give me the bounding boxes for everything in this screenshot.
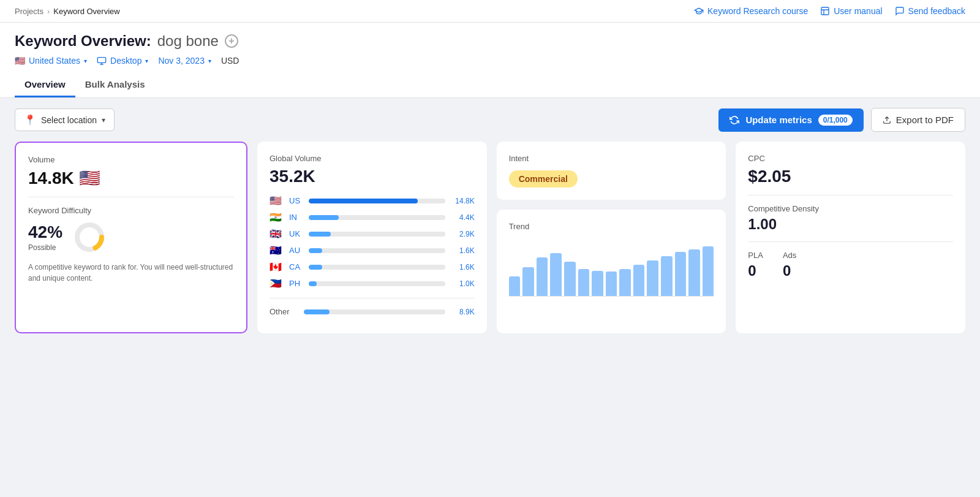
intent-badge-text: Commercial (509, 170, 578, 188)
country-label: United States (29, 56, 80, 66)
intent-trend-col: Intent Commercial Trend (497, 142, 726, 333)
trend-bar-4 (550, 253, 562, 296)
volume-kd-card: Volume 14.8K 🇺🇸 Keyword Difficulty 42% P… (15, 142, 247, 333)
country-row-ca: 🇨🇦 CA 1.6K (270, 261, 475, 273)
us-bar-container (309, 199, 445, 203)
in-bar (309, 215, 339, 220)
trend-label: Trend (509, 222, 714, 231)
location-placeholder: Select location (41, 115, 97, 125)
global-volume-card: Global Volume 35.2K 🇺🇸 US 14.8K 🇮🇳 IN 4.… (257, 142, 487, 333)
trend-bar-15 (703, 246, 714, 296)
ads-value: 0 (783, 262, 796, 279)
trend-bar-10 (633, 265, 645, 296)
ca-code: CA (289, 262, 304, 271)
pla-item: PLA 0 (748, 251, 763, 279)
ads-item: Ads 0 (783, 251, 796, 279)
country-row-us: 🇺🇸 US 14.8K (270, 195, 475, 207)
filter-row: 🇺🇸 United States ▾ Desktop ▾ Nov 3, 2023… (15, 56, 965, 66)
trend-bar-8 (606, 271, 617, 296)
tabs-row: Overview Bulk Analysis (15, 73, 965, 97)
other-bar (304, 309, 330, 314)
au-val: 1.6K (450, 246, 475, 255)
update-metrics-button[interactable]: Update metrics 0/1,000 (718, 108, 863, 132)
breadcrumb-parent[interactable]: Projects (15, 7, 43, 16)
tab-bulk-analysis[interactable]: Bulk Analysis (75, 73, 155, 97)
pla-label: PLA (748, 251, 763, 260)
add-keyword-button[interactable]: + (225, 34, 238, 48)
location-chevron-icon: ▾ (102, 116, 105, 124)
send-feedback-label: Send feedback (908, 6, 965, 16)
ads-label: Ads (783, 251, 796, 260)
trend-bar-6 (578, 269, 590, 296)
trend-bar-7 (592, 271, 603, 296)
intent-card: Intent Commercial (497, 142, 726, 200)
cards-grid: Volume 14.8K 🇺🇸 Keyword Difficulty 42% P… (15, 142, 965, 333)
ph-bar-container (309, 281, 445, 286)
breadcrumb-current: Keyword Overview (53, 7, 119, 16)
pin-icon: 📍 (24, 114, 36, 126)
user-manual-link[interactable]: User manual (820, 6, 882, 16)
country-row-au: 🇦🇺 AU 1.6K (270, 245, 475, 256)
ca-bar-container (309, 265, 445, 270)
device-label: Desktop (110, 56, 141, 66)
svg-rect-0 (821, 7, 829, 15)
trend-bar-1 (509, 276, 521, 296)
kd-donut-chart (72, 220, 107, 254)
trend-bar-3 (537, 257, 548, 296)
global-volume-label: Global Volume (270, 154, 475, 163)
device-filter[interactable]: Desktop ▾ (97, 56, 148, 66)
au-bar-container (309, 248, 445, 253)
tab-overview[interactable]: Overview (15, 73, 75, 97)
date-filter[interactable]: Nov 3, 2023 ▾ (158, 56, 211, 66)
trend-bar-11 (647, 260, 658, 297)
country-row-uk: 🇬🇧 UK 2.9K (270, 228, 475, 240)
au-code: AU (289, 246, 304, 255)
top-links: Keyword Research course User manual Send… (694, 6, 965, 16)
ph-val: 1.0K (450, 279, 475, 288)
uk-bar-container (309, 232, 445, 237)
main-content: 📍 Select location ▾ Update metrics 0/1,0… (0, 98, 980, 343)
us-flag: 🇺🇸 (270, 195, 284, 207)
kd-label: Keyword Difficulty (28, 206, 234, 215)
country-filter[interactable]: 🇺🇸 United States ▾ (15, 56, 87, 66)
uk-code: UK (289, 229, 304, 238)
header-section: Keyword Overview: dog bone + 🇺🇸 United S… (0, 23, 980, 98)
send-feedback-link[interactable]: Send feedback (895, 6, 965, 16)
keyword-course-link[interactable]: Keyword Research course (694, 6, 808, 16)
cpc-divider2 (748, 241, 953, 242)
export-btn-label: Export to PDF (896, 115, 954, 125)
trend-card: Trend (497, 210, 726, 333)
device-chevron-icon: ▾ (145, 58, 148, 64)
country-chevron-icon: ▾ (84, 58, 87, 64)
page-title-keyword: dog bone (157, 32, 219, 50)
trend-bar-5 (564, 262, 576, 296)
ph-bar (309, 281, 317, 286)
user-manual-label: User manual (834, 6, 882, 16)
us-bar (309, 199, 418, 203)
top-bar: Projects › Keyword Overview Keyword Rese… (0, 0, 980, 23)
kd-sublabel: Possible (28, 243, 62, 252)
in-code: IN (289, 213, 304, 222)
au-bar (309, 248, 322, 253)
us-flag-icon: 🇺🇸 (15, 56, 25, 66)
desktop-icon (97, 56, 107, 65)
cpc-value: $2.05 (748, 167, 953, 186)
keyword-course-label: Keyword Research course (707, 6, 808, 16)
pla-value: 0 (748, 262, 763, 279)
breadcrumb-sep: › (47, 7, 50, 16)
trend-bar-14 (688, 249, 700, 296)
other-val: 8.9K (450, 308, 475, 316)
in-flag: 🇮🇳 (270, 211, 284, 223)
comp-density-label: Competitive Density (748, 204, 953, 213)
book-icon (820, 6, 830, 16)
trend-chart (509, 235, 714, 296)
cpc-label: CPC (748, 154, 953, 163)
location-select[interactable]: 📍 Select location ▾ (15, 108, 115, 131)
export-pdf-button[interactable]: Export to PDF (871, 108, 965, 132)
volume-label: Volume (28, 155, 234, 164)
volume-value: 14.8K 🇺🇸 (28, 168, 234, 188)
kd-value-row: 42% Possible (28, 220, 234, 254)
cpc-divider1 (748, 195, 953, 195)
svg-rect-1 (97, 58, 105, 63)
uk-bar (309, 232, 331, 237)
